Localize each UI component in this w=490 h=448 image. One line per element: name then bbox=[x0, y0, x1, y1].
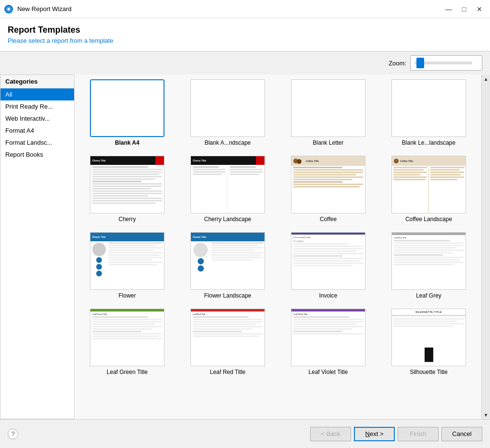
template-label-flower: Flower bbox=[118, 292, 136, 299]
title-bar-controls: — □ ✕ bbox=[442, 4, 486, 14]
sidebar-item-web-interactive[interactable]: Web Interactiv... bbox=[0, 112, 74, 124]
sidebar-header: Categories bbox=[0, 75, 74, 88]
template-thumb-cherry-landscape: Cherry Title bbox=[190, 156, 265, 213]
zoom-label: Zoom: bbox=[389, 60, 406, 67]
subtitle-pre: Please select a bbox=[8, 37, 52, 44]
sidebar-item-print-ready[interactable]: Print Ready Re... bbox=[0, 100, 74, 112]
template-grid-container: Blank A4 Blank A...ndscape bbox=[75, 75, 490, 419]
template-thumb-leaf-grey: Leaf Red Title bbox=[391, 232, 466, 290]
zoom-control[interactable] bbox=[410, 55, 482, 71]
sidebar-item-all[interactable]: All bbox=[0, 88, 74, 100]
subtitle-post: from a template bbox=[68, 37, 113, 44]
template-label-leaf-green: Leaf Green Title bbox=[107, 369, 148, 375]
template-grid-scroll[interactable]: Blank A4 Blank A...ndscape bbox=[75, 75, 481, 419]
template-item-leaf-violet[interactable]: Leaf Violet Title bbox=[280, 309, 376, 375]
template-thumb-invoice: Post company name Post Tagline bbox=[291, 232, 365, 290]
window-title: New Report Wizard bbox=[17, 5, 72, 12]
template-label-coffee-landscape: Coffee Landscape bbox=[405, 216, 452, 223]
template-item-coffee[interactable]: Coffee Title bbox=[280, 156, 376, 223]
template-thumb-flower: Flower Title bbox=[90, 232, 164, 290]
template-label-blank-landscape: Blank A...ndscape bbox=[204, 139, 251, 146]
template-label-leaf-violet: Leaf Violet Title bbox=[309, 369, 348, 375]
template-thumb-leaf-violet: Leaf Violet Title bbox=[291, 309, 365, 366]
footer: ? < Back Next > Finish Cancel bbox=[0, 419, 490, 448]
template-item-flower[interactable]: Flower Title bbox=[79, 232, 175, 299]
sidebar-item-report-books[interactable]: Report Books bbox=[0, 149, 74, 161]
next-button[interactable]: Next > bbox=[354, 427, 395, 441]
template-label-blank-le-landscape: Blank Le...landscape bbox=[402, 139, 455, 146]
template-item-leaf-red[interactable]: Leaf Red Title bbox=[180, 309, 276, 375]
template-thumb-coffee: Coffee Title bbox=[291, 156, 365, 213]
page-subtitle: Please select a report from a template bbox=[8, 37, 482, 44]
template-thumb-blank-landscape bbox=[190, 79, 265, 137]
template-item-blank-a4[interactable]: Blank A4 bbox=[79, 79, 175, 146]
footer-left: ? bbox=[8, 429, 18, 439]
next-label: Next > bbox=[365, 430, 384, 437]
title-bar-left: New Report Wizard bbox=[4, 4, 72, 14]
template-thumb-silhouette: SILHOUETTE TITLE bbox=[391, 309, 466, 366]
template-label-cherry-landscape: Cherry Landscape bbox=[204, 216, 251, 223]
header-section: Report Templates Please select a report … bbox=[0, 18, 490, 51]
template-item-cherry-landscape[interactable]: Cherry Title bbox=[180, 156, 276, 223]
help-button[interactable]: ? bbox=[8, 429, 18, 439]
template-label-leaf-grey: Leaf Grey bbox=[416, 292, 441, 299]
maximize-button[interactable]: □ bbox=[457, 4, 471, 14]
cancel-button[interactable]: Cancel bbox=[441, 427, 482, 441]
zoom-bar: Zoom: bbox=[0, 51, 490, 75]
template-thumb-blank-a4 bbox=[90, 79, 164, 137]
template-item-flower-landscape[interactable]: Flower Title bbox=[180, 232, 276, 299]
finish-button[interactable]: Finish bbox=[398, 427, 439, 441]
scroll-up-button[interactable]: ▲ bbox=[482, 75, 490, 83]
scroll-buttons: ▲ ▼ bbox=[481, 75, 490, 419]
template-label-blank-a4: Blank A4 bbox=[115, 139, 139, 146]
zoom-thumb[interactable] bbox=[416, 58, 424, 68]
minimize-button[interactable]: — bbox=[442, 4, 455, 14]
scroll-down-button[interactable]: ▼ bbox=[482, 411, 490, 419]
template-label-flower-landscape: Flower Landscape bbox=[204, 292, 251, 299]
template-item-silhouette[interactable]: SILHOUETTE TITLE bbox=[381, 309, 477, 375]
template-label-invoice: Invoice bbox=[319, 292, 337, 299]
template-item-invoice[interactable]: Post company name Post Tagline bbox=[280, 232, 376, 299]
template-item-blank-letter[interactable]: Blank Letter bbox=[280, 79, 376, 146]
app-icon bbox=[4, 4, 13, 14]
template-label-coffee: Coffee bbox=[320, 216, 337, 223]
zoom-slider[interactable] bbox=[415, 62, 472, 64]
title-bar: New Report Wizard — □ ✕ bbox=[0, 0, 490, 18]
sidebar-item-format-landscape[interactable]: Format Landsc... bbox=[0, 137, 74, 149]
template-label-blank-letter: Blank Letter bbox=[313, 139, 343, 146]
template-thumb-coffee-landscape: Coffee Title bbox=[391, 156, 466, 213]
template-item-leaf-green[interactable]: Leaf Green Title bbox=[79, 309, 175, 375]
template-thumb-cherry: Cherry Title bbox=[90, 156, 164, 213]
template-label-silhouette: Silhouette Title bbox=[410, 369, 448, 375]
template-item-coffee-landscape[interactable]: Coffee Title bbox=[381, 156, 477, 223]
footer-buttons: < Back Next > Finish Cancel bbox=[310, 427, 482, 441]
sidebar: Categories All Print Ready Re... Web Int… bbox=[0, 75, 75, 419]
main-content: Zoom: Categories All Print Ready Re... W… bbox=[0, 51, 490, 419]
template-label-cherry: Cherry bbox=[118, 216, 136, 223]
template-label-leaf-red: Leaf Red Title bbox=[210, 369, 245, 375]
template-thumb-leaf-red: Leaf Red Title bbox=[190, 309, 265, 366]
back-button[interactable]: < Back bbox=[310, 427, 351, 441]
template-thumb-blank-letter bbox=[291, 79, 365, 137]
template-item-blank-le-landscape[interactable]: Blank Le...landscape bbox=[381, 79, 477, 146]
template-item-cherry[interactable]: Cherry Title bbox=[79, 156, 175, 223]
template-item-leaf-grey[interactable]: Leaf Red Title bbox=[381, 232, 477, 299]
template-thumb-leaf-green: Leaf Green Title bbox=[90, 309, 164, 366]
template-thumb-blank-le-landscape bbox=[391, 79, 466, 137]
template-item-blank-landscape[interactable]: Blank A...ndscape bbox=[180, 79, 276, 146]
template-thumb-flower-landscape: Flower Title bbox=[190, 232, 265, 290]
subtitle-link[interactable]: report bbox=[52, 37, 68, 44]
close-button[interactable]: ✕ bbox=[473, 4, 486, 14]
sidebar-item-format-a4[interactable]: Format A4 bbox=[0, 124, 74, 137]
page-title: Report Templates bbox=[8, 25, 482, 35]
content-body: Categories All Print Ready Re... Web Int… bbox=[0, 75, 490, 419]
template-grid: Blank A4 Blank A...ndscape bbox=[79, 79, 477, 375]
